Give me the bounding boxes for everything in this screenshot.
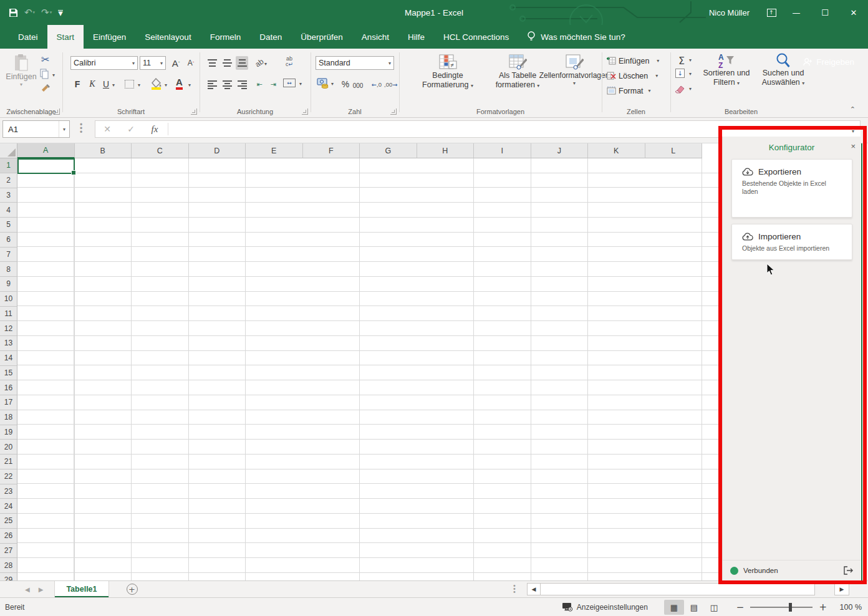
zoom-in-button[interactable]: +	[819, 602, 827, 613]
column-header-e[interactable]: E	[246, 143, 303, 158]
format-cells-button[interactable]: Format▾	[607, 84, 651, 98]
tabbar-splitter[interactable]: •••	[513, 584, 516, 594]
shrink-font-button[interactable]: Aˇ	[185, 56, 197, 70]
tell-me-box[interactable]: Was möchten Sie tun?	[527, 25, 625, 49]
confirm-entry-icon[interactable]: ✓	[119, 124, 143, 134]
align-left-button[interactable]	[206, 77, 218, 91]
collapse-ribbon-button[interactable]: ⌃	[850, 105, 856, 113]
view-normal-button[interactable]: ▦	[664, 600, 684, 615]
font-dialog-launcher[interactable]	[191, 108, 197, 115]
clear-dropdown[interactable]: ▾	[689, 86, 692, 92]
row-header-3[interactable]: 3	[0, 188, 17, 203]
account-name[interactable]: Nico Müller	[709, 8, 750, 17]
fill-color-dropdown[interactable]: ▾	[165, 82, 167, 88]
zoom-out-button[interactable]: −	[736, 602, 745, 613]
row-header-19[interactable]: 19	[0, 425, 17, 440]
fill-button[interactable]: ↓	[675, 69, 685, 78]
align-bottom-button[interactable]	[236, 56, 248, 70]
row-header-8[interactable]: 8	[0, 262, 17, 277]
font-color-dropdown[interactable]: ▾	[188, 82, 191, 88]
insert-cells-button[interactable]: Einfügen▾	[607, 54, 659, 68]
tab-start[interactable]: Start	[47, 25, 84, 49]
accounting-format-dropdown[interactable]: ▾	[331, 81, 334, 87]
find-select-button[interactable]: Suchen und Auswählen ▾	[756, 52, 810, 88]
font-color-button[interactable]: A	[176, 77, 183, 90]
selected-cell-a1[interactable]	[17, 158, 75, 174]
font-size-select[interactable]: 11▾	[140, 56, 166, 70]
row-header-17[interactable]: 17	[0, 395, 17, 410]
merge-center-button[interactable]: ↔	[283, 79, 296, 87]
zoom-level-label[interactable]: 100 %	[833, 603, 862, 612]
row-header-26[interactable]: 26	[0, 529, 17, 544]
format-painter-button[interactable]	[41, 84, 51, 94]
italic-button[interactable]: K	[86, 77, 99, 91]
row-header-11[interactable]: 11	[0, 307, 17, 322]
tab-hcl-connections[interactable]: HCL Connections	[434, 25, 518, 49]
hscroll-right-icon[interactable]: ▶	[834, 583, 849, 595]
hscroll-left-icon[interactable]: ◀	[527, 583, 541, 595]
export-card[interactable]: Exportieren Bestehende Objekte in Excel …	[731, 159, 852, 218]
row-header-13[interactable]: 13	[0, 336, 17, 351]
merge-center-dropdown[interactable]: ▾	[299, 81, 302, 87]
row-header-27[interactable]: 27	[0, 544, 17, 559]
row-header-18[interactable]: 18	[0, 410, 17, 425]
column-header-h[interactable]: H	[417, 143, 475, 158]
copy-button[interactable]	[40, 69, 49, 79]
hscroll-thumb[interactable]	[540, 583, 815, 595]
column-header-i[interactable]: I	[474, 143, 531, 158]
logout-icon[interactable]	[843, 566, 853, 575]
align-top-button[interactable]	[206, 56, 218, 70]
row-header-28[interactable]: 28	[0, 558, 17, 573]
column-header-a[interactable]: A	[17, 143, 75, 158]
column-header-c[interactable]: C	[132, 143, 189, 158]
copy-dropdown[interactable]: ▾	[52, 72, 55, 78]
number-dialog-launcher[interactable]	[390, 108, 397, 115]
tab-daten[interactable]: Daten	[250, 25, 291, 49]
row-header-25[interactable]: 25	[0, 514, 17, 529]
zoom-slider-thumb[interactable]	[789, 603, 792, 612]
fill-color-button[interactable]	[151, 77, 162, 90]
clear-button[interactable]	[674, 85, 685, 94]
decrease-decimal-button[interactable]: ,00→	[384, 77, 397, 91]
borders-button[interactable]	[125, 80, 134, 89]
decrease-indent-button[interactable]: ⇤	[253, 77, 266, 91]
ribbon-display-options-button[interactable]: ↑	[761, 0, 782, 25]
prev-sheet-icon[interactable]: ◀	[25, 586, 30, 593]
name-box-dropdown[interactable]: ▾	[59, 121, 69, 137]
display-settings-button[interactable]: Anzeigeeinstellungen	[562, 603, 648, 612]
bold-button[interactable]: F	[71, 77, 84, 91]
tab-einf-gen[interactable]: Einfügen	[84, 25, 135, 49]
expand-formula-bar-icon[interactable]: ▾	[852, 128, 854, 134]
orientation-dropdown[interactable]: ▾	[264, 61, 267, 67]
tab-ansicht[interactable]: Ansicht	[352, 25, 398, 49]
column-header-g[interactable]: G	[360, 143, 417, 158]
sheet-tab-tabelle1[interactable]: Tabelle1	[54, 581, 109, 597]
align-center-button[interactable]	[221, 77, 233, 91]
alignment-dialog-launcher[interactable]	[302, 108, 308, 115]
column-header-b[interactable]: B	[75, 143, 132, 158]
row-header-14[interactable]: 14	[0, 351, 17, 366]
select-all-button[interactable]	[0, 143, 17, 158]
row-header-15[interactable]: 15	[0, 366, 17, 381]
row-header-20[interactable]: 20	[0, 440, 17, 455]
comma-style-button[interactable]: 000	[352, 79, 364, 92]
column-header-j[interactable]: J	[531, 143, 589, 158]
row-header-9[interactable]: 9	[0, 277, 17, 292]
clipboard-dialog-launcher[interactable]	[54, 108, 60, 115]
column-header-l[interactable]: L	[645, 143, 703, 158]
row-header-4[interactable]: 4	[0, 203, 17, 218]
row-header-24[interactable]: 24	[0, 499, 17, 514]
add-sheet-button[interactable]: +	[127, 584, 138, 595]
autosum-dropdown[interactable]: ▾	[689, 57, 692, 63]
sort-filter-button[interactable]: A Z Sortieren und Filtern ▾	[698, 52, 755, 88]
next-sheet-icon[interactable]: ▶	[39, 586, 44, 593]
row-header-22[interactable]: 22	[0, 469, 17, 484]
view-page-break-button[interactable]: ◫	[704, 600, 724, 615]
close-button[interactable]: ✕	[839, 0, 868, 25]
delete-cells-button[interactable]: Löschen▾	[607, 69, 658, 83]
fill-dropdown[interactable]: ▾	[689, 71, 692, 77]
grow-font-button[interactable]: Aˆ	[170, 56, 182, 70]
row-header-16[interactable]: 16	[0, 380, 17, 395]
column-header-d[interactable]: D	[189, 143, 246, 158]
cells-area[interactable]	[17, 158, 723, 580]
